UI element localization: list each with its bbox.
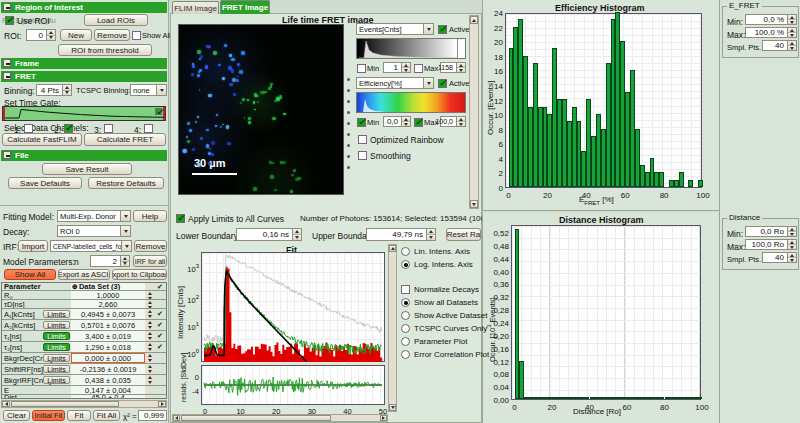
collapse-icon[interactable]: [3, 59, 11, 67]
spinner-arrows-icon[interactable]: [787, 240, 796, 249]
channel1-max-spinner[interactable]: 1158: [440, 62, 466, 73]
limits-button[interactable]: Limits: [43, 354, 70, 362]
scroll-thumb[interactable]: [181, 415, 331, 421]
channel1-active-checkbox[interactable]: [438, 25, 447, 34]
dropdown-arrow-icon[interactable]: [121, 241, 131, 251]
channel-checkbox[interactable]: [104, 124, 113, 133]
irf-dropdown[interactable]: CENP-labelled_cells_for_FRET: [50, 240, 132, 252]
roi-from-threshold-button[interactable]: ROI from threshold: [58, 44, 152, 56]
scroll-right-icon[interactable]: [158, 401, 166, 407]
export-ascii-button[interactable]: Export as ASCII: [58, 269, 110, 280]
irf-remove-button[interactable]: Remove: [134, 240, 167, 252]
irf-for-all-button[interactable]: IRF for all: [133, 255, 167, 267]
param-value-cell[interactable]: 3,400 ± 0,019: [71, 331, 145, 341]
fit-v-scrollbar[interactable]: [388, 244, 397, 412]
param-value-cell[interactable]: 0,4945 ± 0,0073: [71, 309, 145, 319]
option-error-correlation-plot[interactable]: [401, 350, 410, 359]
param-fixed-check[interactable]: [154, 395, 166, 399]
collapse-icon[interactable]: [3, 151, 11, 159]
decay-dropdown[interactable]: ROI 0: [57, 225, 131, 237]
param-spinner[interactable]: [145, 331, 154, 341]
channel1-dropdown[interactable]: Events[Cnts]: [356, 23, 434, 35]
channel2-active-checkbox[interactable]: [438, 79, 447, 88]
limits-button[interactable]: Limits: [43, 376, 70, 384]
collapse-icon[interactable]: [3, 3, 11, 11]
channel2-max-spinner[interactable]: 100,0: [440, 116, 466, 127]
param-spinner[interactable]: [145, 309, 154, 319]
limits-button[interactable]: Limits: [43, 343, 70, 351]
param-spinner[interactable]: [145, 353, 154, 363]
param-fixed-check[interactable]: [154, 353, 166, 363]
distance-histogram-plot[interactable]: [511, 225, 701, 400]
fit-button[interactable]: Fit: [67, 410, 91, 421]
collapse-icon[interactable]: [3, 72, 11, 80]
frame-section-header[interactable]: Frame: [1, 58, 167, 69]
show-all-rois-checkbox[interactable]: [132, 31, 141, 40]
option-show-all-datasets[interactable]: [401, 298, 410, 307]
limits-button[interactable]: Limits: [43, 365, 70, 373]
load-rois-button[interactable]: Load ROIs: [84, 14, 148, 26]
spinner-arrows-icon[interactable]: [787, 227, 796, 236]
distance-smpl-spinner[interactable]: 40: [762, 252, 797, 263]
spinner-arrows-icon[interactable]: [787, 253, 796, 262]
limits-button[interactable]: Limits: [43, 321, 70, 329]
param-spinner[interactable]: [145, 291, 154, 299]
param-spinner[interactable]: [145, 342, 154, 352]
param-value-cell[interactable]: 45,0 ± 0,4: [71, 395, 145, 399]
channel2-max-checkbox[interactable]: [414, 118, 423, 127]
column-header-parameter[interactable]: Parameter: [2, 283, 71, 290]
help-button[interactable]: Help: [133, 210, 167, 222]
spinner-arrows-icon[interactable]: [401, 117, 410, 126]
param-fixed-check[interactable]: [154, 386, 166, 394]
channel-checkbox[interactable]: [24, 124, 33, 133]
spinner-arrows-icon[interactable]: [120, 256, 129, 266]
upper-boundary-spinner[interactable]: 49,79 ns: [366, 228, 436, 241]
efret-smpl-spinner[interactable]: 40: [762, 40, 797, 51]
spinner-arrows-icon[interactable]: [426, 229, 435, 240]
param-value-cell[interactable]: 1,290 ± 0,018: [71, 342, 145, 352]
fitting-model-dropdown[interactable]: Multi-Exp. Donor: [57, 210, 131, 222]
param-spinner[interactable]: [145, 320, 154, 330]
efficiency-histogram-plot[interactable]: [505, 13, 702, 188]
tcspc-binning-dropdown[interactable]: none: [130, 84, 167, 96]
param-value-cell[interactable]: -0,2136 ± 0,0019: [71, 364, 145, 374]
distance-max-spinner[interactable]: 100,0 Ro: [745, 239, 797, 250]
option-log-intens-axis[interactable]: [401, 260, 410, 269]
roi-remove-button[interactable]: Remove: [94, 29, 130, 41]
lifetime-fret-image[interactable]: 30 µm: [178, 24, 344, 195]
time-gate-widget[interactable]: [2, 106, 166, 121]
limits-button[interactable]: Limits: [43, 332, 70, 340]
irf-import-button[interactable]: Import: [18, 240, 48, 252]
scroll-left-icon[interactable]: [173, 415, 180, 421]
dropdown-arrow-icon[interactable]: [423, 78, 433, 88]
scroll-right-icon[interactable]: [380, 415, 387, 421]
param-value-cell[interactable]: 1,0000: [71, 291, 145, 299]
efret-max-spinner[interactable]: 100,0 %: [745, 27, 797, 38]
param-value-cell[interactable]: 2,660: [71, 300, 145, 308]
scroll-left-icon[interactable]: [2, 401, 10, 407]
spinner-arrows-icon[interactable]: [456, 63, 465, 72]
fit-all-button[interactable]: Fit All: [93, 410, 120, 421]
limits-button[interactable]: Limits: [43, 310, 70, 318]
param-value-cell[interactable]: 0,147 ± 0,004: [71, 386, 145, 394]
optimized-rainbow-checkbox[interactable]: [358, 135, 367, 144]
scroll-thumb[interactable]: [11, 401, 119, 407]
param-value-cell[interactable]: 0,000 ± 0,000: [71, 353, 145, 363]
tab-fret-image[interactable]: FRET Image: [220, 0, 270, 14]
param-fixed-check[interactable]: ✔: [154, 342, 166, 352]
fit-h-scrollbar[interactable]: [172, 414, 388, 422]
fret-section-header[interactable]: FRET: [1, 71, 167, 82]
param-value-cell[interactable]: 0,438 ± 0,035: [71, 375, 145, 385]
spinner-arrows-icon[interactable]: [456, 117, 465, 126]
save-defaults-button[interactable]: Save Defaults: [8, 177, 82, 189]
efret-min-spinner[interactable]: 0,0 %: [745, 14, 797, 25]
param-spinner[interactable]: [145, 364, 154, 374]
roi-new-button[interactable]: New: [60, 29, 92, 41]
dropdown-arrow-icon[interactable]: [120, 211, 130, 221]
distance-min-spinner[interactable]: 0,0 Ro: [745, 226, 797, 237]
restore-defaults-button[interactable]: Restore Defaults: [88, 177, 164, 189]
spinner-arrows-icon[interactable]: [292, 229, 301, 240]
spinner-arrows-icon[interactable]: [787, 28, 796, 37]
option-tcspc-curves-only[interactable]: [401, 324, 410, 333]
channel-checkbox[interactable]: [64, 124, 73, 133]
